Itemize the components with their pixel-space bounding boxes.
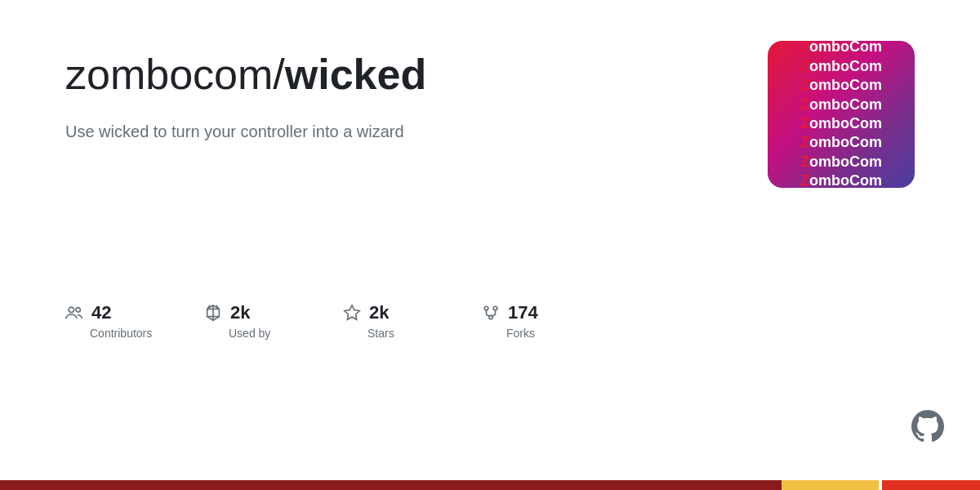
logo-line-8: ZomboCom bbox=[800, 172, 882, 188]
contributors-label: Contributors bbox=[65, 327, 152, 340]
main-content: zombocom/wicked Use wicked to turn your … bbox=[0, 0, 980, 188]
repo-description: Use wicked to turn your controller into … bbox=[65, 119, 572, 144]
stars-label: Stars bbox=[343, 327, 394, 340]
forks-icon bbox=[482, 304, 500, 322]
repo-logo: ZomboCom ZomboCom ZomboCom ZomboCom Zomb… bbox=[768, 41, 915, 188]
logo-line-4: ZomboCom bbox=[800, 96, 882, 114]
stat-contributors-top: 42 bbox=[65, 302, 111, 323]
svg-point-5 bbox=[493, 306, 497, 310]
logo-line-5: ZomboCom bbox=[800, 114, 882, 133]
forks-label: Forks bbox=[482, 327, 535, 340]
logo-line-1: ZomboCom bbox=[800, 41, 882, 57]
svg-point-1 bbox=[76, 308, 81, 313]
used-by-value: 2k bbox=[230, 302, 250, 323]
logo-line-2: ZomboCom bbox=[800, 57, 882, 76]
logo-line-6: ZomboCom bbox=[800, 133, 882, 152]
used-by-label: Used by bbox=[204, 327, 270, 340]
bar-orange-red bbox=[882, 480, 980, 490]
svg-point-0 bbox=[69, 307, 74, 312]
contributors-value: 42 bbox=[91, 302, 111, 323]
bar-yellow bbox=[782, 480, 880, 490]
bottom-bar bbox=[0, 480, 980, 490]
svg-marker-2 bbox=[345, 305, 359, 319]
bar-dark-red bbox=[0, 480, 782, 490]
stat-stars[interactable]: 2k Stars bbox=[343, 302, 482, 340]
logo-line-7: ZomboCom bbox=[800, 153, 882, 172]
stars-icon bbox=[343, 304, 361, 322]
contributors-icon bbox=[65, 304, 83, 322]
stat-used-by[interactable]: 2k Used by bbox=[204, 302, 343, 340]
used-by-icon bbox=[204, 304, 222, 322]
repo-owner: zombocom bbox=[65, 51, 273, 98]
github-icon bbox=[908, 407, 947, 446]
stats-section: 42 Contributors 2k Used by bbox=[0, 253, 980, 340]
stat-forks[interactable]: 174 Forks bbox=[482, 302, 621, 340]
svg-point-4 bbox=[484, 306, 488, 310]
repo-name: wicked bbox=[285, 51, 426, 98]
repo-title: zombocom/wicked bbox=[65, 49, 735, 100]
logo-text-block: ZomboCom ZomboCom ZomboCom ZomboCom Zomb… bbox=[791, 41, 892, 188]
logo-line-3: ZomboCom bbox=[800, 76, 882, 95]
stat-contributors[interactable]: 42 Contributors bbox=[65, 302, 204, 340]
left-section: zombocom/wicked Use wicked to turn your … bbox=[65, 49, 735, 144]
stat-stars-top: 2k bbox=[343, 302, 389, 323]
stars-value: 2k bbox=[369, 302, 389, 323]
forks-value: 174 bbox=[508, 302, 538, 323]
github-icon-wrapper[interactable] bbox=[908, 407, 947, 449]
stat-forks-top: 174 bbox=[482, 302, 538, 323]
stat-used-by-top: 2k bbox=[204, 302, 250, 323]
